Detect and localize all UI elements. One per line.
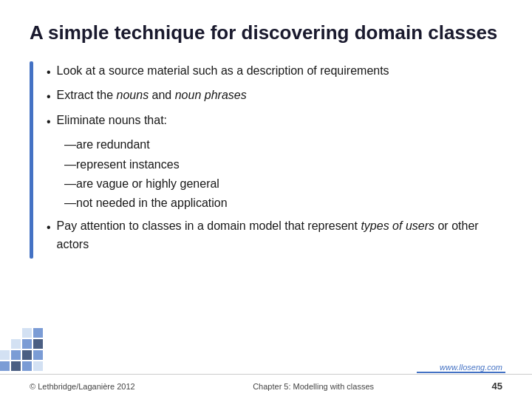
bullet-dot: •: [47, 63, 51, 82]
bullet-list: • Look at a source material such as a de…: [47, 61, 502, 259]
bullet-dot: •: [47, 218, 51, 237]
slide-title: A simple technique for discovering domai…: [30, 21, 502, 45]
list-item: • Eliminate nouns that:: [47, 111, 502, 132]
sub-item-text: —represent instances: [64, 155, 180, 174]
slide-content: A simple technique for discovering domai…: [0, 0, 532, 374]
bullet-dot: •: [47, 112, 51, 132]
slide-container: A simple technique for discovering domai…: [0, 0, 532, 399]
content-area: • Look at a source material such as a de…: [30, 61, 502, 259]
footer-page-number: 45: [492, 381, 502, 392]
list-item: • Look at a source material such as a de…: [47, 61, 502, 82]
sub-item-text: —are vague or highly general: [64, 174, 219, 194]
footer-chapter: Chapter 5: Modelling with classes: [253, 382, 374, 391]
sub-item-text: —are redundant: [64, 135, 150, 154]
footer-copyright: © Lethbridge/Laganière 2012: [30, 382, 135, 391]
list-item: • Pay attention to classes in a domain m…: [47, 216, 502, 254]
blue-bar: [30, 61, 33, 259]
footer: www.lloseng.com © Lethbridge/Laganière 2…: [0, 374, 532, 399]
bullet-text: Eliminate nouns that:: [57, 111, 502, 130]
sub-list: —are redundant —represent instances —are…: [64, 135, 502, 214]
list-item: —not needed in the application: [64, 194, 502, 213]
bullet-dot: •: [47, 87, 51, 106]
bullet-text: Look at a source material such as a desc…: [57, 61, 502, 81]
sub-item-text: —not needed in the application: [64, 194, 228, 213]
list-item: • Extract the nouns and noun phrases: [47, 86, 502, 106]
bullet-text: Pay attention to classes in a domain mod…: [57, 216, 502, 254]
brand-line: [417, 372, 505, 373]
brand-text: www.lloseng.com: [440, 363, 502, 372]
bullet-text: Extract the nouns and noun phrases: [57, 86, 502, 105]
decorative-squares: [0, 328, 44, 372]
list-item: —represent instances: [64, 155, 502, 174]
list-item: —are redundant: [64, 135, 502, 154]
list-item: —are vague or highly general: [64, 174, 502, 194]
